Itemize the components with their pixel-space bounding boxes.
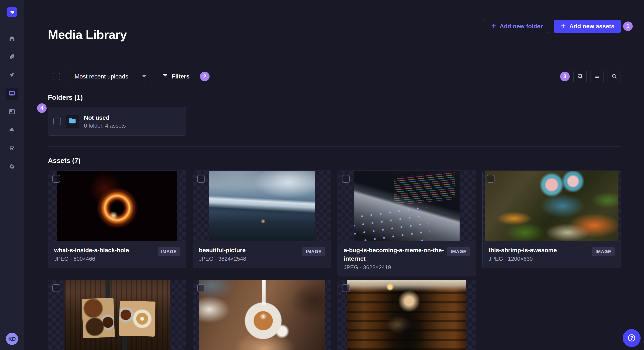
folder-info: Not used 0 folder, 4 assets	[84, 114, 126, 129]
asset-title: what-s-inside-a-black-hole	[54, 246, 154, 255]
asset-thumbnail	[193, 171, 331, 241]
toolbar-left: Most recent uploads Filters 2	[48, 70, 210, 83]
asset-thumbnail	[48, 280, 186, 350]
user-avatar[interactable]: KD	[6, 333, 18, 345]
sort-dropdown[interactable]: Most recent uploads	[69, 70, 152, 83]
search-icon	[611, 73, 617, 80]
asset-card[interactable]: a-bug-is-becoming-a-meme-on-the-internet…	[338, 171, 476, 276]
page-title: Media Library	[48, 28, 127, 41]
plus-icon	[491, 23, 497, 30]
library-photo	[347, 280, 466, 350]
help-button[interactable]	[623, 329, 640, 347]
sidebar: KD	[0, 0, 24, 350]
sidebar-item-media-library[interactable]	[6, 88, 18, 100]
filter-icon	[162, 73, 168, 80]
asset-type-badge: IMAGE	[592, 247, 614, 256]
asset-info: what-s-inside-a-black-hole JPEG - 800×46…	[54, 246, 154, 263]
asset-card[interactable]: the-internet-s-own-boy JPEG - 1200×707 I…	[338, 280, 476, 350]
asset-card[interactable]: this-shrimp-is-awesome JPEG - 1200×630 I…	[482, 171, 621, 268]
asset-meta: JPEG - 800×466	[54, 255, 154, 263]
asset-meta: JPEG - 3628×2419	[344, 263, 444, 271]
asset-card[interactable]: coffee-beans JPEG - 5021×3347 IMAGE	[48, 280, 186, 350]
asset-card[interactable]: what-s-inside-a-black-hole JPEG - 800×46…	[48, 171, 186, 268]
asset-checkbox[interactable]	[197, 284, 205, 292]
sort-dropdown-value: Most recent uploads	[74, 73, 128, 80]
filters-label: Filters	[172, 73, 190, 80]
asset-title: beautiful-picture	[199, 246, 299, 255]
folder-card[interactable]: Not used 0 folder, 4 assets	[48, 107, 186, 136]
filters-button[interactable]: Filters	[156, 70, 196, 83]
asset-title: a-bug-is-becoming-a-meme-on-the-internet	[344, 246, 444, 263]
gear-icon	[577, 73, 583, 80]
coffee-art-photo	[199, 280, 325, 350]
asset-checkbox[interactable]	[52, 175, 60, 183]
assets-section: Assets (7) what-s-inside-a-black-hole JP…	[48, 156, 621, 350]
select-all-checkbox[interactable]	[52, 73, 60, 80]
asset-checkbox[interactable]	[342, 284, 350, 292]
chevron-down-icon	[142, 75, 146, 78]
sidebar-item-marketplace[interactable]	[6, 143, 18, 155]
asset-thumbnail	[338, 280, 476, 350]
feather-icon	[9, 54, 15, 61]
gear-icon	[9, 163, 15, 171]
folder-tile	[66, 115, 79, 128]
sidebar-item-deploy[interactable]	[6, 124, 18, 136]
media-library-icon	[9, 90, 15, 97]
strapi-logo-icon[interactable]	[7, 7, 17, 17]
coffee-beans-photo	[64, 280, 170, 350]
folder-title: Not used	[84, 114, 126, 122]
main-content: Media Library Add new folder Add new ass…	[24, 0, 644, 350]
media-library-page: KD Media Library Add new folder Add new …	[0, 0, 644, 350]
step-badge-1: 1	[623, 21, 633, 31]
home-icon	[9, 35, 15, 42]
search-button[interactable]	[608, 70, 621, 83]
shrimp-photo	[485, 171, 618, 241]
question-mark-icon	[627, 334, 636, 343]
asset-info: beautiful-picture JPEG - 3824×2548	[199, 246, 299, 263]
asset-card-footer: what-s-inside-a-black-hole JPEG - 800×46…	[48, 241, 186, 268]
asset-type-badge: IMAGE	[158, 247, 180, 256]
mountains-photo	[209, 171, 315, 241]
asset-meta: JPEG - 1200×630	[488, 255, 589, 263]
select-all-button[interactable]	[48, 70, 65, 83]
sidebar-item-settings[interactable]	[6, 161, 18, 173]
sidebar-item-content-manager[interactable]	[6, 106, 18, 118]
content-manager-icon	[9, 108, 15, 116]
laptop-code-photo	[354, 171, 460, 241]
cloud-icon	[9, 127, 15, 134]
folder-subtitle: 0 folder, 4 assets	[84, 122, 126, 129]
sidebar-item-home[interactable]	[6, 33, 18, 45]
asset-info: this-shrimp-is-awesome JPEG - 1200×630	[488, 246, 589, 263]
sidebar-item-content-builder[interactable]	[6, 51, 18, 63]
asset-info: a-bug-is-becoming-a-meme-on-the-internet…	[344, 246, 444, 271]
add-new-assets-button[interactable]: Add new assets	[554, 20, 621, 33]
asset-checkbox[interactable]	[52, 284, 60, 292]
black-hole-photo	[57, 171, 178, 241]
asset-checkbox[interactable]	[487, 175, 494, 183]
add-new-folder-button[interactable]: Add new folder	[484, 20, 549, 33]
sidebar-item-releases[interactable]	[6, 70, 18, 81]
assets-heading: Assets (7)	[48, 156, 621, 165]
folders-heading: Folders (1)	[48, 93, 621, 102]
step-badge-3: 3	[560, 72, 570, 81]
section-divider	[48, 146, 621, 147]
asset-thumbnail	[48, 171, 186, 241]
asset-checkbox[interactable]	[342, 175, 350, 183]
asset-type-badge: IMAGE	[302, 247, 325, 256]
folders-section: Folders (1) 4 Not used 0 folder, 4 asset…	[48, 93, 621, 136]
asset-checkbox[interactable]	[197, 175, 205, 183]
cart-icon	[9, 145, 15, 152]
assets-grid: what-s-inside-a-black-hole JPEG - 800×46…	[48, 171, 621, 350]
page-header: Media Library Add new folder Add new ass…	[48, 19, 621, 50]
folder-checkbox[interactable]	[53, 118, 61, 125]
add-new-assets-label: Add new assets	[569, 23, 614, 30]
asset-card-footer: this-shrimp-is-awesome JPEG - 1200×630 I…	[482, 241, 620, 268]
header-actions: Add new folder Add new assets	[484, 20, 621, 33]
paper-plane-icon	[9, 72, 15, 79]
add-new-folder-label: Add new folder	[500, 23, 543, 30]
asset-card[interactable]: beautiful-picture JPEG - 3824×2548 IMAGE	[193, 171, 331, 268]
asset-card[interactable]: coffee-art JPEG - 5824×3259 IMAGE	[193, 280, 331, 350]
view-settings-button[interactable]	[574, 70, 587, 83]
list-view-button[interactable]	[590, 70, 604, 83]
asset-meta: JPEG - 3824×2548	[199, 255, 299, 263]
